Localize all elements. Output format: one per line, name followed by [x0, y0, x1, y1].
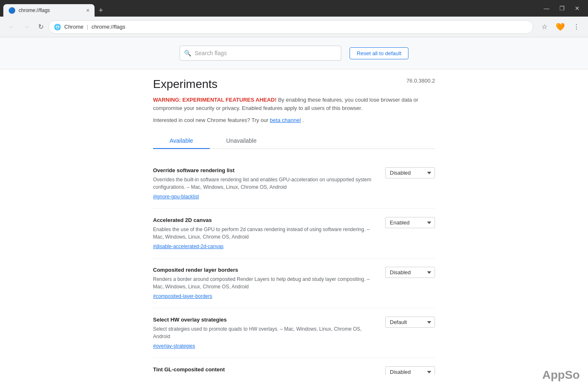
menu-button[interactable]: ⋮ — [570, 20, 583, 33]
close-tab-icon[interactable]: × — [86, 7, 90, 14]
nav-right-controls: ☆ 🧡 ⋮ — [538, 20, 583, 34]
nav-bar: ← → ↻ 🌐 Chrome | chrome://flags ☆ 🧡 ⋮ — [0, 17, 588, 37]
main-content: Experiments 76.0.3800.2 WARNING: EXPERIM… — [153, 69, 435, 375]
flag-select[interactable]: DefaultEnabledDisabled — [385, 217, 435, 228]
flag-info: Tint GL-composited contentTint contents … — [153, 366, 377, 375]
browser-tab[interactable]: 🔵 chrome://flags × — [3, 4, 95, 17]
flag-link[interactable]: #disable-accelerated-2d-canvas — [153, 244, 224, 249]
flag-select[interactable]: DefaultEnabledDisabled — [385, 366, 435, 375]
flag-control: DefaultEnabledDisabled — [385, 366, 435, 375]
flag-info: Accelerated 2D canvasEnables the use of … — [153, 217, 377, 250]
version-text: 76.0.3800.2 — [406, 78, 435, 84]
search-icon: 🔍 — [184, 50, 191, 56]
flag-control: DefaultEnabledDisabled — [385, 217, 435, 228]
title-bar: 🔵 chrome://flags × + — ❐ ✕ — [0, 0, 588, 17]
flag-desc: Overrides the built-in software renderin… — [153, 176, 377, 191]
minimize-button[interactable]: — — [540, 4, 553, 13]
flag-select[interactable]: DefaultEnabledDisabled — [385, 167, 435, 178]
tabs-container: Available Unavailable — [153, 133, 435, 149]
forward-button[interactable]: → — [20, 21, 33, 33]
address-url[interactable]: chrome://flags — [92, 24, 126, 30]
watermark: AppSo — [542, 368, 580, 375]
beta-period: . — [302, 117, 304, 123]
flag-link[interactable]: #composited-layer-borders — [153, 293, 212, 299]
flag-item: Composited render layer bordersRenders a… — [153, 258, 435, 308]
tab-icon: 🔵 — [8, 7, 15, 14]
address-separator: | — [87, 24, 88, 30]
flag-item: Override software rendering listOverride… — [153, 159, 435, 209]
page-content: 🔍 Search flags Reset all to default Expe… — [0, 37, 588, 375]
flag-item: Select HW overlay strategiesSelect strat… — [153, 308, 435, 358]
flag-name: Tint GL-composited content — [153, 366, 377, 373]
beta-channel-link[interactable]: beta channel — [270, 117, 301, 123]
flag-item: Accelerated 2D canvasEnables the use of … — [153, 209, 435, 258]
tab-available[interactable]: Available — [153, 133, 210, 149]
flag-desc: Renders a border around composited Rende… — [153, 275, 377, 290]
flag-control: DefaultEnabledDisabled — [385, 267, 435, 278]
experiments-header: Experiments 76.0.3800.2 — [153, 78, 435, 91]
maximize-button[interactable]: ❐ — [556, 4, 568, 13]
flag-link[interactable]: #ignore-gpu-blacklist — [153, 194, 199, 200]
new-tab-button[interactable]: + — [95, 4, 107, 17]
flag-info: Select HW overlay strategiesSelect strat… — [153, 317, 377, 349]
warning-text: WARNING: EXPERIMENTAL FEATURES AHEAD! By… — [153, 96, 435, 112]
window-controls: — ❐ ✕ — [540, 4, 583, 13]
flag-name: Select HW overlay strategies — [153, 317, 377, 323]
flags-list: Override software rendering listOverride… — [153, 159, 435, 375]
refresh-button[interactable]: ↻ — [35, 21, 47, 33]
top-search-bar: 🔍 Search flags Reset all to default — [0, 37, 588, 69]
beta-intro: Interested in cool new Chrome features? … — [153, 117, 270, 123]
back-button[interactable]: ← — [5, 21, 18, 33]
profile-button[interactable]: 🧡 — [552, 20, 568, 34]
flag-control: DefaultEnabledDisabled — [385, 167, 435, 178]
search-placeholder: Search flags — [194, 50, 227, 56]
flag-info: Override software rendering listOverride… — [153, 167, 377, 200]
flag-item: Tint GL-composited contentTint contents … — [153, 358, 435, 375]
flag-info: Composited render layer bordersRenders a… — [153, 267, 377, 300]
flag-desc: Enables the use of the GPU to perform 2d… — [153, 226, 377, 241]
address-bar: 🌐 Chrome | chrome://flags — [49, 20, 533, 34]
flag-control: DefaultEnabledDisabled — [385, 317, 435, 328]
page-title: Experiments — [153, 78, 218, 91]
address-label: Chrome — [64, 24, 83, 30]
search-box[interactable]: 🔍 Search flags — [180, 46, 341, 61]
tab-title: chrome://flags — [19, 7, 50, 13]
globe-icon: 🌐 — [54, 24, 61, 30]
flag-link[interactable]: #overlay-strategies — [153, 343, 195, 349]
flag-name: Override software rendering list — [153, 167, 377, 173]
close-window-button[interactable]: ✕ — [571, 4, 583, 13]
flag-desc: Select strategies used to promote quads … — [153, 325, 377, 340]
flag-name: Composited render layer borders — [153, 267, 377, 273]
warning-highlight: WARNING: EXPERIMENTAL FEATURES AHEAD! — [153, 97, 277, 103]
beta-channel-text: Interested in cool new Chrome features? … — [153, 117, 435, 123]
flag-select[interactable]: DefaultEnabledDisabled — [385, 267, 435, 278]
bookmark-button[interactable]: ☆ — [538, 20, 551, 33]
flag-name: Accelerated 2D canvas — [153, 217, 377, 223]
flag-select[interactable]: DefaultEnabledDisabled — [385, 317, 435, 328]
reset-all-button[interactable]: Reset all to default — [350, 47, 408, 59]
tab-unavailable[interactable]: Unavailable — [210, 133, 273, 149]
